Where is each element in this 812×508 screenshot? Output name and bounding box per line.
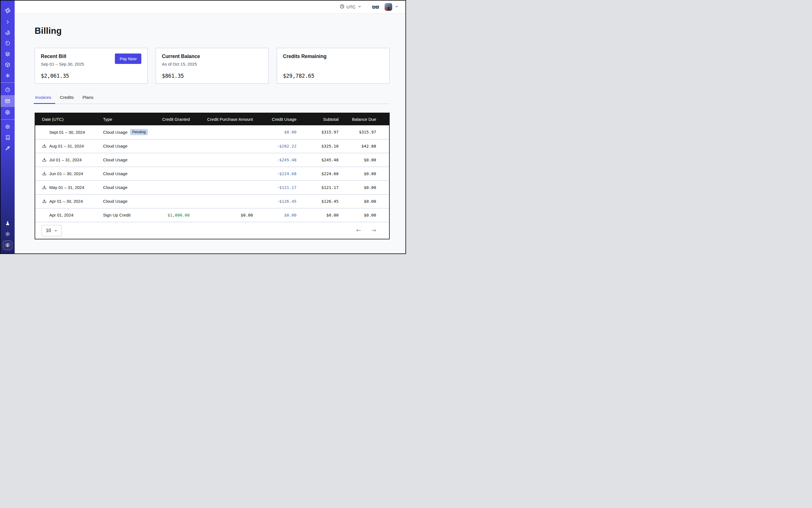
credit-granted [158,139,194,153]
rocket-icon[interactable] [1,143,15,154]
credit-purchase: $0.00 [194,208,257,222]
billing-tabs: Invoices Credits Plans [35,95,390,104]
subtotal: $224.68 [301,167,343,180]
invoice-type: Cloud Usage [98,153,158,167]
invoice-date: Apr 01 – 30, 2024 [49,199,83,204]
col-credit-usage: Credit Usage [257,113,301,125]
invoice-date: Apr 01, 2024 [49,213,74,217]
download-slot [42,213,47,218]
chevron-down-icon [54,229,57,232]
table-header-row: Date (UTC) Type Credit Granted Credit Pu… [35,113,389,125]
glasses-icon[interactable] [372,5,379,9]
subtotal: $325.10 [301,139,343,153]
invoices-table: Date (UTC) Type Credit Granted Credit Pu… [35,113,390,239]
prev-page-button[interactable]: ← [356,227,361,234]
sidebar-divider [1,119,15,120]
timezone-selector[interactable]: UTC [340,4,361,10]
timer-reverse-icon[interactable] [1,38,15,49]
status-badge: Pending [130,129,148,135]
invoice-date: May 01 – 31, 2024 [49,185,84,190]
credit-purchase [194,125,257,139]
balance-due: $0.00 [343,153,389,167]
billing-page: Billing Recent Bill Sep 01 – Sep 30, 202… [15,13,405,253]
col-date: Date (UTC) [35,113,98,125]
book-sparkle-icon[interactable] [1,132,15,143]
gear-icon[interactable] [1,107,15,118]
invoice-type: Cloud Usage [98,167,158,180]
orbit-logo-icon[interactable] [1,4,15,16]
credit-granted [158,153,194,167]
invoice-type: Sign Up Credit [98,208,158,222]
download-icon[interactable] [42,185,47,190]
credit-usage: $0.00 [257,208,301,222]
credit-purchase [194,180,257,194]
table-row: Jul 01 – 31, 2024 Cloud Usage -$245.48 $… [35,153,389,167]
balance-due: $0.00 [343,194,389,208]
tab-credits[interactable]: Credits [59,95,74,103]
balance-due: $315.97 [343,125,389,139]
invoice-type: Cloud Usage [98,139,158,153]
download-icon[interactable] [42,199,47,204]
credit-granted [158,125,194,139]
col-balance-due: Balance Due [343,113,389,125]
card-subtitle: Sep 01 – Sep 30, 2025 [41,62,84,67]
pay-now-button[interactable]: Pay Now [115,53,141,64]
current-balance-amount: $861.35 [162,73,262,79]
col-subtotal: Subtotal [301,113,343,125]
download-slot [42,130,47,135]
chevron-down-icon [395,4,399,9]
card-title: Current Balance [162,53,200,59]
chevron-right-icon[interactable] [1,16,15,27]
app-window: UTC [0,0,406,254]
gauge-icon[interactable] [1,84,15,95]
subtotal: $121.17 [301,180,343,194]
sidebar-item-billing[interactable] [1,95,15,107]
subtotal: $0.00 [301,208,343,222]
balance-due: $0.00 [343,180,389,194]
ship-wheel-icon[interactable] [1,121,15,132]
card-recent-bill: Recent Bill Sep 01 – Sep 30, 2025 Pay No… [35,48,147,84]
tab-invoices[interactable]: Invoices [35,95,52,103]
invoice-type: Cloud Usage [98,194,158,208]
invoice-type: Cloud Usage [98,180,158,194]
table-row: Aug 01 – 31, 2024 Cloud Usage -$282.22 $… [35,139,389,153]
page-size-select[interactable]: 10 [42,225,62,236]
spiral-icon[interactable] [1,27,15,38]
col-credit-purchase: Credit Purchase Amount [194,113,257,125]
card-title: Recent Bill [41,53,84,59]
tab-plans[interactable]: Plans [82,95,94,103]
credit-purchase [194,194,257,208]
invoice-type: Cloud Usage [103,130,128,135]
download-icon[interactable] [42,158,47,163]
invoice-date: Jul 01 – 31, 2024 [49,158,82,162]
balance-due: $42.88 [343,139,389,153]
balance-due: $0.00 [343,208,389,222]
table-row: Jun 01 – 30, 2024 Cloud Usage -$224.68 $… [35,167,389,180]
sun-icon[interactable] [1,229,15,239]
pagination: 10 ← → [35,222,389,239]
asterisk-icon[interactable] [1,70,15,81]
credit-usage: -$224.68 [257,167,301,180]
invoice-date: Jun 01 – 30, 2024 [49,171,83,176]
dollar-badge-icon[interactable] [3,241,12,250]
page-size-value: 10 [46,228,51,233]
invoice-date: Sept 01 – 30, 2024 [49,130,85,135]
user-menu[interactable] [385,3,399,11]
card-title: Credits Remaining [283,53,327,59]
layers-icon[interactable] [1,49,15,59]
topbar: UTC [15,1,405,13]
recent-bill-amount: $2,061.35 [41,73,141,79]
credit-usage: -$282.22 [257,139,301,153]
avatar [385,3,392,11]
table-row: May 01 – 31, 2024 Cloud Usage -$121.17 $… [35,180,389,194]
credit-purchase [194,139,257,153]
table-row: Apr 01, 2024 Sign Up Credit $1,000.00 $0… [35,208,389,222]
card-current-balance: Current Balance As of Oct 15, 2025 $861.… [156,48,269,84]
clock-icon [340,4,345,10]
cube-icon[interactable] [1,59,15,70]
download-icon[interactable] [42,171,47,176]
flask-icon[interactable] [1,218,15,229]
subtotal: $126.45 [301,194,343,208]
next-page-button[interactable]: → [371,227,376,234]
download-icon[interactable] [42,143,47,149]
